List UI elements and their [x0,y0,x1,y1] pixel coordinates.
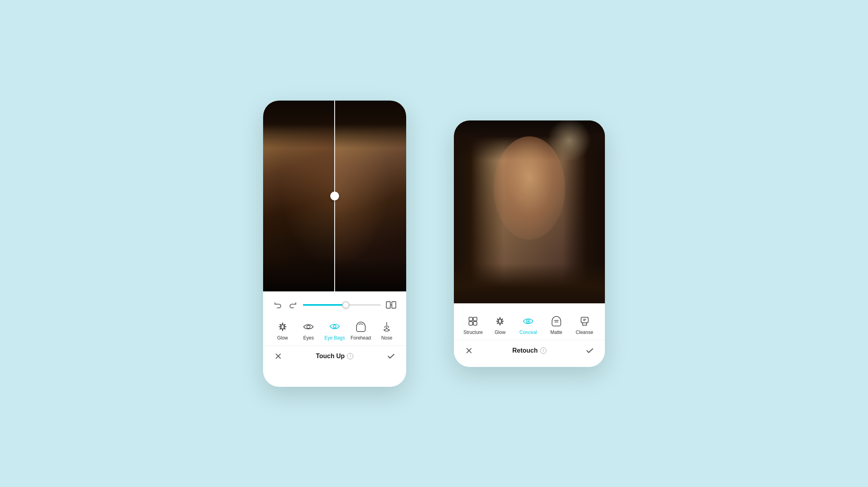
tool-nose[interactable]: Nose [375,320,399,341]
structure-label: Structure [463,330,483,335]
nose-icon [380,320,393,334]
right-action-row: Retouch i [454,340,605,359]
right-phone-card: Structure Glow [454,120,605,367]
left-image-area [263,101,406,291]
eye-bags-label: Eye Bags [324,335,345,341]
split-handle[interactable] [330,192,339,200]
structure-icon [466,314,480,328]
eye-bags-icon [328,320,341,334]
left-controls-area: Glow Eyes [263,291,406,373]
glow-icon [276,320,289,334]
forehead-icon [354,320,368,334]
left-phone-card: Glow Eyes [263,101,406,387]
compare-button[interactable] [384,298,398,312]
svg-rect-10 [473,322,477,325]
svg-rect-9 [469,322,473,325]
svg-point-4 [333,325,336,328]
conceal-icon [521,314,535,328]
svg-rect-0 [386,301,390,308]
tool-structure[interactable]: Structure [462,314,484,335]
svg-point-3 [307,325,310,328]
redo-button[interactable] [285,298,300,312]
right-action-title: Retouch i [512,347,546,354]
left-cancel-button[interactable] [271,349,285,363]
slider-thumb[interactable] [342,301,349,308]
nose-label: Nose [381,335,392,341]
left-toolbar-row [263,298,406,317]
slider-container[interactable] [303,304,381,306]
tool-cleanse[interactable]: Cleanse [573,314,597,335]
matte-icon [550,314,563,328]
right-info-icon[interactable]: i [540,347,546,354]
left-confirm-button[interactable] [384,349,398,363]
right-glow-label: Glow [495,330,506,335]
left-action-title: Touch Up i [316,353,354,360]
svg-rect-13 [581,317,588,323]
glow-label: Glow [277,335,288,341]
tool-eyes[interactable]: Eyes [296,320,320,341]
svg-rect-7 [469,317,473,321]
left-tools-row: Glow Eyes [263,317,406,345]
right-tool-glow[interactable]: Glow [488,314,512,335]
right-controls-area: Structure Glow [454,303,605,367]
right-confirm-button[interactable] [583,343,597,358]
slider-fill [303,304,346,306]
svg-rect-1 [392,301,396,308]
eyes-label: Eyes [303,335,314,341]
forehead-label: Forehead [351,335,371,341]
main-container: Glow Eyes [0,0,868,487]
right-cancel-button[interactable] [462,343,476,358]
matte-label: Matte [550,330,562,335]
tool-eye-bags[interactable]: Eye Bags [323,320,347,341]
tool-matte[interactable]: Matte [544,314,568,335]
eyes-icon [302,320,315,334]
tool-conceal[interactable]: Conceal [516,314,540,335]
left-info-icon[interactable]: i [347,353,353,359]
tool-forehead[interactable]: Forehead [349,320,373,341]
right-image-area [454,120,605,303]
slider-track [303,304,381,306]
right-tools-row: Structure Glow [454,310,605,340]
svg-point-12 [527,320,529,322]
cleanse-label: Cleanse [576,330,593,335]
right-glow-icon [493,314,507,328]
cleanse-icon [578,314,591,328]
tool-glow[interactable]: Glow [271,320,294,341]
svg-rect-8 [473,317,477,321]
conceal-label: Conceal [519,330,537,335]
left-action-row: Touch Up i [263,345,406,365]
undo-button[interactable] [271,298,285,312]
